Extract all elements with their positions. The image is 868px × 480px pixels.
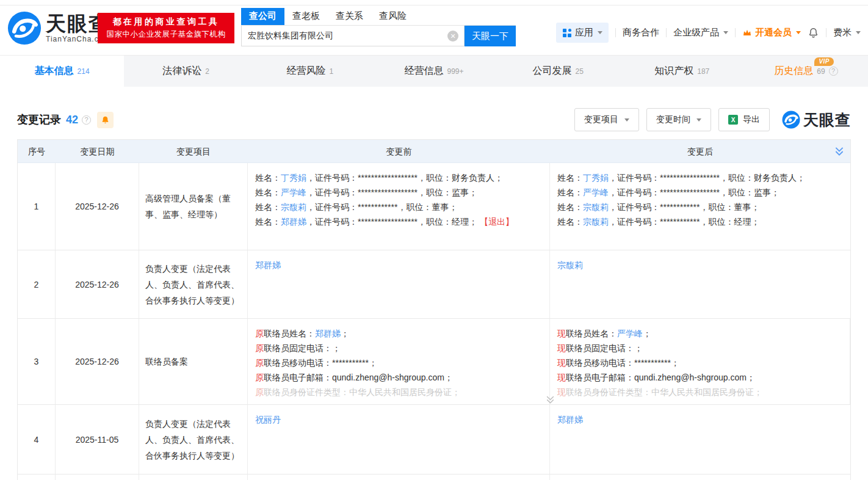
tab-count: 25 xyxy=(575,67,583,76)
person-link[interactable]: 宗馥莉 xyxy=(583,202,609,212)
person-link[interactable]: 郑群娣 xyxy=(557,415,583,424)
text-segment: 联络员姓名： xyxy=(264,329,315,338)
tianyancha-logo-icon xyxy=(782,111,800,129)
text-segment: 姓名： xyxy=(557,202,583,212)
tab-basic[interactable]: 基本信息214 xyxy=(0,56,124,87)
help-icon[interactable]: ? xyxy=(82,115,91,125)
apps-menu[interactable]: 应用 xyxy=(556,23,609,43)
person-link[interactable]: 严学峰 xyxy=(617,329,643,338)
text-segment: 联络员电子邮箱：qundi.zheng@h-shgroup.com； xyxy=(264,373,453,382)
person-link[interactable]: 宗馥莉 xyxy=(281,202,306,212)
person-link[interactable]: 郑群娣 xyxy=(255,260,281,270)
tab-label: 公司发展 xyxy=(532,65,571,78)
text-line: 姓名：宗馥莉，证件号码：************，职位：董事； xyxy=(557,200,843,214)
text-segment: 联络员身份证件类型：中华人民共和国居民身份证； xyxy=(566,387,762,397)
top-divider xyxy=(0,5,868,5)
search-module: 查公司查老板查关系查风险 ✕ 天眼一下 xyxy=(241,8,516,46)
text-segment: ，证件号码：************，职位：董事； xyxy=(609,202,759,212)
change-item-cell: 负责人变更（法定代表人、负责人、首席代表、合伙事务执行人等变更） xyxy=(139,250,248,318)
filter-change-item-button[interactable]: 变更项目 xyxy=(574,108,639,131)
table-row: 42025-11-05负责人变更（法定代表人、负责人、首席代表、合伙事务执行人等… xyxy=(18,405,850,475)
promo-banner: 都在用的商业查询工具 国家中小企业发展子基金旗下机构 xyxy=(98,13,234,43)
filter-change-time-button[interactable]: 变更时间 xyxy=(646,108,711,131)
chevron-down-icon xyxy=(598,31,602,34)
section-title: 变更记录 xyxy=(17,112,61,127)
search-tab-relation[interactable]: 查关系 xyxy=(328,8,371,25)
banner-line2: 国家中小企业发展子基金旗下机构 xyxy=(107,29,226,40)
nav-open-vip[interactable]: 开通会员 xyxy=(742,27,801,38)
collapse-all-chevron-icon[interactable] xyxy=(834,145,845,158)
search-input[interactable] xyxy=(242,26,464,46)
table-row: 22025-12-26负责人变更（法定代表人、负责人、首席代表、合伙事务执行人等… xyxy=(18,250,850,319)
text-line: 郑群娣 xyxy=(557,412,843,427)
text-segment: ； xyxy=(341,329,349,338)
person-link[interactable]: 祝丽丹 xyxy=(255,415,281,424)
text-segment: ，证件号码：******************，职位：财务负责人； xyxy=(306,173,503,183)
help-icon[interactable]: ? xyxy=(829,67,838,76)
table-row: 32025-12-26联络员备案原联络员姓名：郑群娣；原联络员固定电话：；原联络… xyxy=(18,319,850,405)
tab-label: 知识产权 xyxy=(654,65,693,78)
apps-label: 应用 xyxy=(575,27,593,38)
serial-cell: 3 xyxy=(18,319,56,404)
nav-cooperation[interactable]: 商务合作 xyxy=(623,27,659,38)
text-line: 现联络员固定电话：； xyxy=(557,341,842,355)
date-cell: 2025-12-26 xyxy=(56,319,139,404)
excel-icon: X xyxy=(728,115,738,125)
text-segment: 原 xyxy=(255,358,264,368)
text-segment: 现 xyxy=(557,358,566,368)
text-segment: ，证件号码：******************，职位：财务负责人； xyxy=(609,173,805,183)
person-link[interactable]: 宗馥莉 xyxy=(583,217,609,227)
person-link[interactable]: 宗馥莉 xyxy=(557,260,583,270)
chevron-down-icon xyxy=(796,31,801,34)
tab-count: 214 xyxy=(78,67,90,76)
col-header-after: 变更后 xyxy=(550,140,850,162)
tab-risk[interactable]: 经营风险1 xyxy=(248,56,372,87)
divider xyxy=(666,28,667,37)
serial-cell: 2 xyxy=(18,250,56,318)
text-line: 现联络员移动电话：***********； xyxy=(557,355,842,370)
serial-cell: 1 xyxy=(18,163,56,250)
site-logo[interactable]: 天眼查 TianYanCha.com xyxy=(7,11,110,45)
text-segment: 【退出】 xyxy=(480,217,514,227)
text-segment: ，证件号码：************，职位：董事； xyxy=(306,202,457,212)
person-link[interactable]: 严学峰 xyxy=(583,187,609,197)
text-segment: 姓名： xyxy=(557,173,583,183)
nav-enterprise[interactable]: 企业级产品 xyxy=(673,27,728,38)
text-line: 原联络员电子邮箱：qundi.zheng@h-shgroup.com； xyxy=(255,370,542,385)
date-cell: 2025-12-26 xyxy=(56,163,139,250)
tab-ip[interactable]: 知识产权187 xyxy=(620,56,744,87)
user-menu[interactable]: 费米 xyxy=(833,27,861,38)
text-segment: 姓名： xyxy=(255,217,281,227)
search-tab-boss[interactable]: 查老板 xyxy=(284,8,328,25)
search-tab-risk[interactable]: 查风险 xyxy=(371,8,414,25)
apps-grid-icon xyxy=(562,28,572,38)
search-input-wrap: ✕ xyxy=(241,26,465,46)
vip-badge: VIP xyxy=(814,57,834,66)
tab-label: 经营信息 xyxy=(404,65,443,78)
clear-search-icon[interactable]: ✕ xyxy=(447,31,458,42)
person-link[interactable]: 郑群娣 xyxy=(315,329,341,338)
search-button[interactable]: 天眼一下 xyxy=(465,26,516,46)
tab-lawsuit[interactable]: 法律诉讼2 xyxy=(124,56,248,87)
before-cell: 姓名：丁秀娟，证件号码：******************，职位：财务负责人；… xyxy=(248,163,550,250)
text-segment: ，证件号码：******************，职位：监事； xyxy=(306,187,477,197)
person-link[interactable]: 丁秀娟 xyxy=(281,173,306,183)
text-segment: 现 xyxy=(557,343,566,353)
export-button[interactable]: X 导出 xyxy=(718,108,770,131)
person-link[interactable]: 严学峰 xyxy=(281,187,306,197)
person-link[interactable]: 郑群娣 xyxy=(281,217,306,227)
empty-cell xyxy=(18,475,56,480)
person-link[interactable]: 丁秀娟 xyxy=(583,173,609,183)
tab-development[interactable]: 公司发展25 xyxy=(496,56,620,87)
divider xyxy=(735,28,736,37)
change-item-text: 高级管理人员备案（董事、监事、经理等） xyxy=(145,191,241,222)
notifications-bell-icon[interactable] xyxy=(808,27,819,38)
table-header-row: 序号 变更日期 变更项目 变更前 变更后 xyxy=(18,140,850,163)
expand-row-button[interactable] xyxy=(545,395,555,404)
tab-history[interactable]: 历史信息69?VIP xyxy=(744,56,868,87)
tab-count: 69 xyxy=(817,67,825,76)
search-tab-company[interactable]: 查公司 xyxy=(241,8,284,25)
crown-icon xyxy=(742,28,752,38)
subscribe-bell-icon[interactable] xyxy=(97,112,114,128)
tab-operation[interactable]: 经营信息999+ xyxy=(372,56,496,87)
